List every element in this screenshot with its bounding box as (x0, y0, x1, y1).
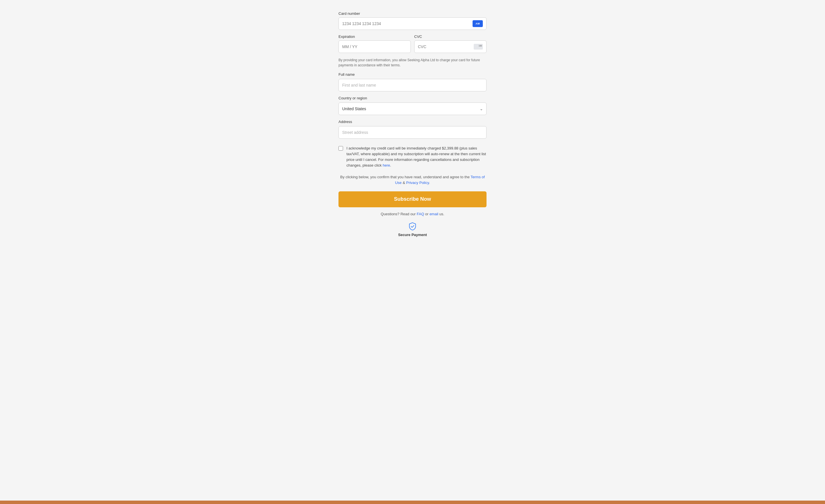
amex-icon: AM (472, 20, 483, 27)
secure-payment-section: Secure Payment (339, 222, 486, 237)
address-input[interactable] (339, 126, 486, 139)
cvc-field: CVC (414, 34, 486, 53)
faq-link[interactable]: FAQ (417, 212, 424, 216)
expiry-input[interactable] (342, 45, 407, 49)
cvc-label: CVC (414, 34, 486, 39)
confirm-text: By clicking below, you confirm that you … (339, 174, 486, 186)
privacy-policy-link[interactable]: Privacy Policy (406, 181, 429, 185)
country-select-wrapper[interactable]: United States Canada United Kingdom Aust… (339, 102, 486, 115)
cvc-card-icon (474, 44, 483, 50)
address-label: Address (339, 120, 486, 124)
cvc-input-wrapper[interactable] (414, 41, 486, 53)
card-disclaimer: By providing your card information, you … (339, 58, 486, 68)
expiry-input-wrapper[interactable] (339, 41, 411, 53)
email-link[interactable]: email (430, 212, 438, 216)
card-number-label: Card number (339, 11, 486, 16)
country-section: Country or region United States Canada U… (339, 96, 486, 115)
acknowledge-text: I acknowledge my credit card will be imm… (347, 145, 486, 168)
questions-row: Questions? Read our FAQ or email us. (339, 212, 486, 216)
country-select[interactable]: United States Canada United Kingdom Aust… (339, 102, 486, 115)
country-label: Country or region (339, 96, 486, 100)
address-section: Address (339, 120, 486, 145)
shield-icon (408, 222, 417, 231)
full-name-input[interactable] (339, 79, 486, 91)
card-number-section: Card number AM (339, 11, 486, 30)
card-number-input-wrapper[interactable]: AM (339, 17, 486, 30)
expiry-label: Expiration (339, 34, 411, 39)
here-link[interactable]: here (383, 163, 390, 167)
expiry-cvc-row: Expiration CVC (339, 34, 486, 53)
card-number-input[interactable] (342, 21, 472, 26)
payment-form: Card number AM Expiration CVC (339, 11, 486, 484)
expiry-field: Expiration (339, 34, 411, 53)
full-name-label: Full name (339, 72, 486, 77)
acknowledge-checkbox[interactable] (339, 146, 343, 151)
secure-payment-label: Secure Payment (398, 233, 427, 237)
acknowledge-row: I acknowledge my credit card will be imm… (339, 145, 486, 168)
bottom-bar (0, 501, 825, 504)
subscribe-button[interactable]: Subscribe Now (339, 191, 486, 207)
cvc-input[interactable] (418, 45, 474, 49)
full-name-section: Full name (339, 72, 486, 96)
